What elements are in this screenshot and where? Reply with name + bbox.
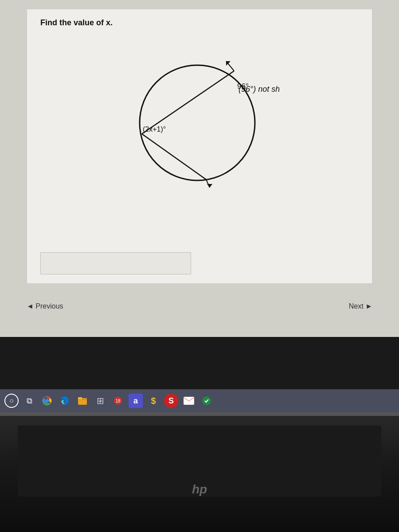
laptop-hinge [0,412,399,416]
diagram-area: (96°) not shown 96° (2x+1)° [40,36,359,205]
navigation-area: ◄ Previous Next ► [27,302,372,310]
s-circle-icon[interactable]: S [164,394,178,408]
svg-point-17 [202,396,211,405]
files-icon[interactable] [75,394,90,408]
answer-input-box[interactable] [40,252,191,274]
geometry-diagram: (96°) not shown 96° (2x+1)° [120,41,279,200]
notification-badge[interactable]: 18 [111,394,125,408]
extra-icon[interactable] [200,394,214,408]
next-button[interactable]: Next ► [349,302,372,310]
task-view-icon[interactable]: ⧉ [22,394,36,408]
svg-text:(2x+1)°: (2x+1)° [143,125,166,133]
svg-text:96°: 96° [237,82,249,90]
taskbar: ○ ⧉ ⊞ 18 a [0,389,399,412]
previous-button[interactable]: ◄ Previous [27,302,63,310]
laptop-body: hp [0,412,399,532]
svg-line-1 [142,71,234,134]
svg-rect-15 [78,397,82,399]
screen-area: Find the value of x. [0,0,399,337]
svg-marker-6 [207,184,212,188]
hp-logo: hp [192,482,207,497]
badge-count: 18 [114,397,122,405]
chrome-icon[interactable] [40,394,54,408]
svg-marker-4 [226,61,231,66]
question-title: Find the value of x. [40,18,359,27]
letter-a-icon[interactable]: a [129,394,143,408]
edge-icon[interactable] [58,394,72,408]
gmail-icon[interactable] [182,394,196,408]
svg-point-13 [45,399,49,403]
dollar-icon[interactable]: $ [146,394,160,408]
question-card: Find the value of x. [27,9,372,284]
windows-search-icon[interactable]: ○ [4,394,19,408]
apps-grid-icon[interactable]: ⊞ [93,394,107,408]
